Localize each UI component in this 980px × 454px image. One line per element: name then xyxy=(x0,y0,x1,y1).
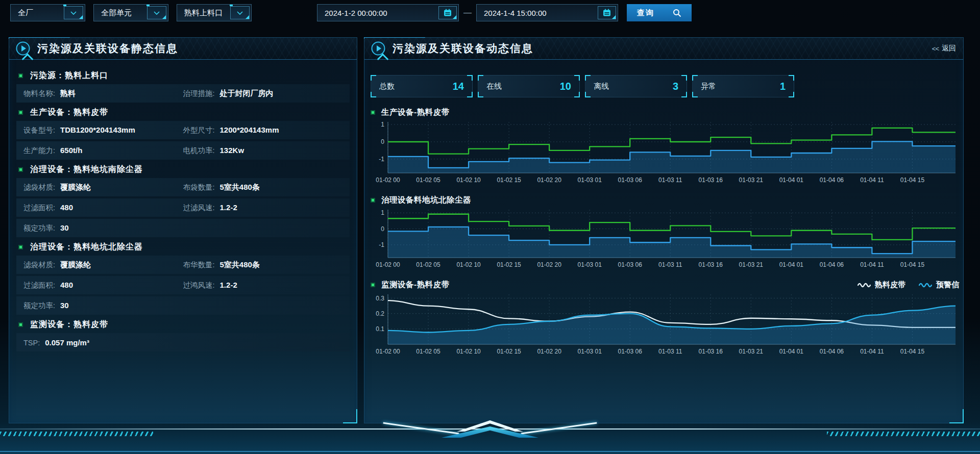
back-button[interactable]: << 返回 xyxy=(932,44,956,53)
search-button[interactable]: 查询 xyxy=(627,4,692,21)
field-value: 处于封闭厂房内 xyxy=(220,89,274,98)
svg-text:01-02 15: 01-02 15 xyxy=(497,348,521,355)
chart-title: 治理设备料地坑北除尘器 xyxy=(381,195,471,206)
stat-value: 14 xyxy=(453,81,464,92)
info-row: 过滤面积:480过鸿风速:1.2-2 xyxy=(16,276,350,294)
chevron-down-icon[interactable] xyxy=(230,6,250,19)
svg-text:01-04 06: 01-04 06 xyxy=(820,176,844,184)
source-select[interactable]: 熟料上料口 xyxy=(177,4,252,21)
svg-text:01-03 06: 01-03 06 xyxy=(618,348,643,355)
section-header: 监测设备：熟料皮带 xyxy=(18,317,350,332)
stat-box: 总数14 xyxy=(371,75,473,97)
chevron-down-icon[interactable] xyxy=(147,6,166,19)
field-label: 设备型号: xyxy=(23,125,55,135)
chart-plot: 0.30.20.101-02 0001-02 0501-02 1001-02 1… xyxy=(371,291,959,357)
svg-text:01-04 15: 01-04 15 xyxy=(900,348,925,355)
svg-text:01-03 21: 01-03 21 xyxy=(739,348,764,355)
field-value: 650t/h xyxy=(60,146,82,155)
svg-text:01-02 05: 01-02 05 xyxy=(416,348,440,355)
legend-label: 熟料皮带 xyxy=(875,280,905,290)
info-row: 额定功率:30 xyxy=(16,219,350,237)
stat-box: 在线10 xyxy=(478,75,580,97)
field-value: 1200*204143mm xyxy=(220,125,279,134)
chart-svg: 0.30.20.101-02 0001-02 0501-02 1001-02 1… xyxy=(371,291,958,357)
date-to-input[interactable]: 2024-1-4 15:00:00 xyxy=(476,4,618,21)
svg-text:01-02 10: 01-02 10 xyxy=(456,176,481,184)
green-square-icon xyxy=(18,110,23,115)
svg-text:01-03 11: 01-03 11 xyxy=(658,176,682,184)
stat-value: 3 xyxy=(673,81,678,92)
field-label: 过滤面积: xyxy=(23,203,55,213)
green-square-icon xyxy=(18,73,23,78)
field-value: 480 xyxy=(60,203,73,212)
legend-item[interactable]: 熟料皮带 xyxy=(857,280,905,290)
chevron-down-icon[interactable] xyxy=(64,6,83,19)
chart-title-row: 生产设备-熟料皮带 xyxy=(371,106,959,119)
svg-text:01-02 00: 01-02 00 xyxy=(376,348,400,355)
info-row: 额定功率:30 xyxy=(16,296,350,315)
chart-block: 治理设备料地坑北除尘器10-101-02 0001-02 0501-02 100… xyxy=(371,193,959,270)
stat-label: 离线 xyxy=(594,82,609,91)
stat-box: 异常1 xyxy=(692,75,794,97)
calendar-icon[interactable] xyxy=(598,6,616,19)
stat-label: 总数 xyxy=(379,82,395,91)
svg-text:01-04 11: 01-04 11 xyxy=(860,348,884,355)
stat-label: 异常 xyxy=(701,82,716,91)
info-field: 滤袋材质:覆膜涤纶 xyxy=(23,183,183,192)
field-value: 1.2-2 xyxy=(220,203,237,212)
info-field: 治理措施:处于封闭厂房内 xyxy=(183,89,343,98)
chart-plot: 10-101-02 0001-02 0501-02 1001-02 1501-0… xyxy=(371,207,959,270)
section-header: 治理设备：熟料地坑北除尘器 xyxy=(18,239,350,255)
field-label: 额定功率: xyxy=(23,301,55,311)
svg-text:01-02 00: 01-02 00 xyxy=(376,176,400,184)
field-label: 布袋数量: xyxy=(183,183,215,192)
svg-text:01-02 15: 01-02 15 xyxy=(497,261,521,268)
stat-label: 在线 xyxy=(486,82,502,91)
svg-text:01-03 01: 01-03 01 xyxy=(577,176,602,184)
chart-block: 生产设备-熟料皮带10-101-02 0001-02 0501-02 1001-… xyxy=(371,106,959,185)
info-field: 设备型号:TDB1200*204143mm xyxy=(23,125,183,135)
svg-text:01-03 01: 01-03 01 xyxy=(577,261,602,268)
date-to-value: 2024-1-4 15:00:00 xyxy=(484,9,547,17)
svg-text:01-03 11: 01-03 11 xyxy=(658,261,682,268)
legend-label: 预警信 xyxy=(936,280,959,290)
double-chevron-left-icon: << xyxy=(932,45,939,53)
info-field: 滤袋材质:覆膜涤纶 xyxy=(23,260,183,270)
info-field: 物料名称:熟料 xyxy=(23,89,183,98)
svg-text:01-04 11: 01-04 11 xyxy=(860,261,884,268)
svg-text:01-02 00: 01-02 00 xyxy=(376,261,400,268)
info-field: 额定功率:30 xyxy=(23,301,342,311)
svg-text:0.1: 0.1 xyxy=(376,325,384,333)
info-field: 布华数量:5室共480条 xyxy=(183,260,343,270)
svg-text:01-04 15: 01-04 15 xyxy=(900,176,925,184)
svg-text:-1: -1 xyxy=(379,156,384,163)
green-square-icon xyxy=(371,283,375,287)
section-header: 生产设备：熟料皮带 xyxy=(18,105,350,120)
chart-title-row: 监测设备-熟料皮带熟料皮带预警信 xyxy=(371,278,959,291)
info-row: TSP:0.057 mg/m³ xyxy=(16,333,350,351)
field-label: 过滤面积: xyxy=(23,281,55,290)
field-value: 480 xyxy=(60,281,73,289)
green-square-icon xyxy=(371,110,375,115)
static-info-list: 污染源：熟料上料口物料名称:熟料治理措施:处于封闭厂房内生产设备：熟料皮带设备型… xyxy=(9,60,357,351)
unit-select[interactable]: 全部单元 xyxy=(93,4,168,21)
svg-text:0.2: 0.2 xyxy=(376,310,384,317)
panel-title: 污染源及关联设备静态信息 xyxy=(37,41,178,56)
info-field: 电机功率:132Kw xyxy=(183,146,343,156)
info-row: 物料名称:熟料治理措施:处于封闭厂房内 xyxy=(16,84,350,103)
section-title: 治理设备：熟料地坑北除尘器 xyxy=(30,242,143,253)
svg-text:01-03 06: 01-03 06 xyxy=(618,261,643,268)
svg-text:0: 0 xyxy=(381,138,384,145)
date-from-input[interactable]: 2024-1-2 00:00:00 xyxy=(317,4,459,21)
field-label: 额定功率: xyxy=(23,223,55,233)
calendar-icon[interactable] xyxy=(438,6,457,19)
plant-select[interactable]: 全厂 xyxy=(10,4,85,21)
legend-item[interactable]: 预警信 xyxy=(919,280,959,290)
field-label: 滤袋材质: xyxy=(23,260,55,270)
svg-text:1: 1 xyxy=(381,121,384,128)
svg-text:01-03 21: 01-03 21 xyxy=(739,261,764,268)
svg-text:01-04 06: 01-04 06 xyxy=(820,261,844,268)
svg-text:01-02 10: 01-02 10 xyxy=(456,348,481,355)
field-label: 滤袋材质: xyxy=(23,183,55,192)
svg-text:01-03 16: 01-03 16 xyxy=(699,261,723,268)
